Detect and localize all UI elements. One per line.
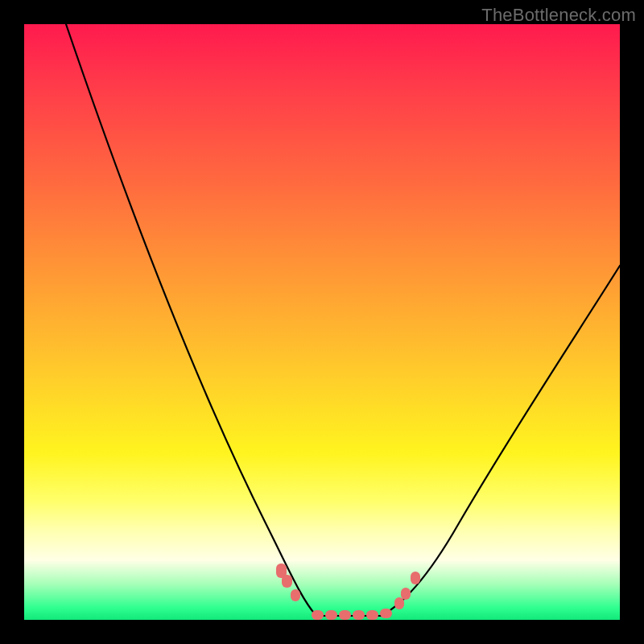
bead bbox=[312, 610, 324, 620]
bead bbox=[353, 610, 365, 620]
bead bbox=[401, 588, 411, 600]
bead bbox=[325, 610, 337, 620]
bead bbox=[380, 609, 392, 618]
bead bbox=[291, 589, 300, 601]
bead bbox=[282, 575, 292, 588]
bead bbox=[366, 610, 378, 620]
plot-area bbox=[24, 24, 620, 620]
bead bbox=[339, 610, 351, 620]
bottleneck-curve-svg bbox=[24, 24, 620, 620]
watermark-text: TheBottleneck.com bbox=[481, 5, 636, 26]
bead-group bbox=[276, 564, 420, 620]
bead bbox=[394, 597, 404, 609]
bottleneck-curve bbox=[66, 24, 620, 616]
outer-frame: TheBottleneck.com bbox=[0, 0, 644, 644]
bead bbox=[411, 572, 420, 584]
